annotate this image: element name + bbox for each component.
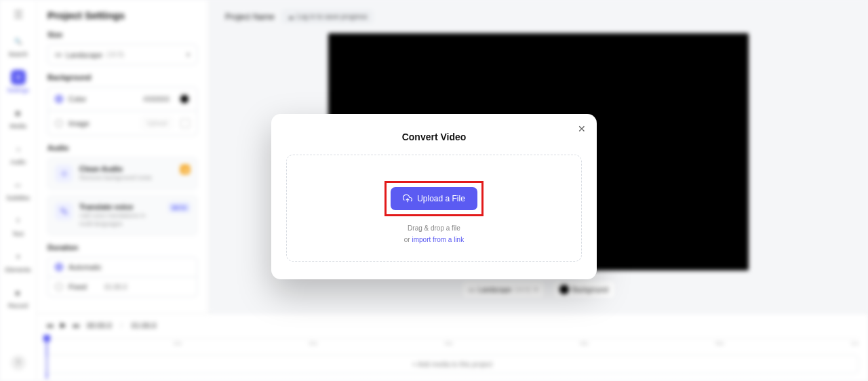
- drag-hint: Drag & drop a file: [298, 224, 570, 232]
- upload-highlight: Upload a File: [384, 181, 484, 216]
- modal-overlay: ✕ Convert Video Upload a File Drag & dro…: [0, 0, 868, 381]
- modal-title: Convert Video: [286, 132, 582, 142]
- upload-file-button[interactable]: Upload a File: [391, 187, 477, 210]
- upload-dropzone[interactable]: Upload a File Drag & drop a file or impo…: [286, 155, 582, 262]
- close-button[interactable]: ✕: [578, 123, 586, 134]
- import-hint: or import from a link: [298, 236, 570, 243]
- upload-cloud-icon: [403, 194, 412, 203]
- import-link[interactable]: import from a link: [412, 236, 464, 243]
- convert-video-modal: ✕ Convert Video Upload a File Drag & dro…: [271, 114, 597, 279]
